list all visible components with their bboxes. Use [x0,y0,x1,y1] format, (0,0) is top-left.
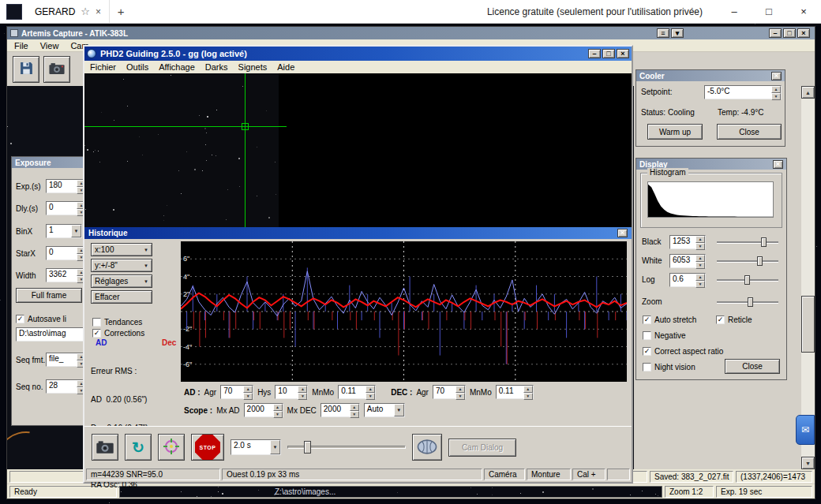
menu-fichier[interactable]: Fichier [90,62,116,72]
full-frame-button[interactable]: Full frame [16,288,82,303]
dropdown-icon[interactable]: ▼ [71,225,81,237]
slider-thumb[interactable] [757,256,763,266]
spin-down-icon[interactable]: ▼ [298,393,307,400]
exp-spinner[interactable]: 180▲▼ [46,179,87,193]
y-scale-button[interactable]: y:+/-8"▼ [91,259,152,272]
cooler-titlebar[interactable]: Cooler × [636,70,785,81]
spin-down-icon[interactable]: ▼ [455,393,465,400]
spin-down-icon[interactable]: ▼ [695,243,705,250]
width-spinner[interactable]: 3362▲▼ [46,268,87,282]
collapse-icon[interactable]: ▾ [671,28,684,38]
menu-outils[interactable]: Outils [126,62,148,72]
night-vision-checkbox[interactable] [643,363,651,371]
spin-up-icon[interactable]: ▲ [695,236,705,243]
mx-ad-spinner[interactable]: 2000▲▼ [244,403,283,417]
window-minimize-button[interactable]: – [717,0,752,23]
advanced-settings-button[interactable] [412,434,442,461]
vertical-scrollbar[interactable]: ▲ ▼ [801,86,815,469]
artemis-close-button[interactable]: × [797,28,810,38]
mx-dec-spinner[interactable]: 2000▲▼ [321,403,360,417]
app-icon[interactable] [6,4,22,20]
corrections-checkbox[interactable]: ✓ [92,329,101,338]
settings-button[interactable]: Réglages▼ [91,274,152,288]
artemis-minimize-button[interactable]: – [769,28,782,38]
tab-close-icon[interactable]: × [96,6,101,17]
phd2-maximize-button[interactable]: □ [602,49,615,58]
spin-up-icon[interactable]: ▲ [366,386,375,393]
x-scale-button[interactable]: x:100▼ [91,243,152,256]
cam-dialog-button[interactable]: Cam Dialog [448,439,516,457]
menu-darks[interactable]: Darks [205,62,228,72]
exposure-duration-dropdown[interactable]: 2.0 s▼ [231,439,281,455]
binx-dropdown[interactable]: 1▼ [46,224,82,238]
side-widget-tab[interactable]: ✉ [796,415,815,445]
history-titlebar[interactable]: Historique × [84,227,632,239]
spin-up-icon[interactable]: ▲ [523,386,533,393]
seq-fmt-input[interactable]: file_▲▼ [46,353,87,367]
trend-checkbox[interactable] [92,318,101,327]
phd2-minimize-button[interactable]: – [588,49,601,58]
spin-up-icon[interactable]: ▲ [298,386,307,393]
display-close-button[interactable]: Close [725,359,780,374]
window-close-button[interactable]: × [786,0,821,23]
spin-down-icon[interactable]: ▼ [771,93,781,100]
gamma-slider[interactable] [287,440,406,454]
dropdown-icon[interactable]: ▼ [394,404,404,416]
spin-down-icon[interactable]: ▼ [273,411,283,418]
white-spinner[interactable]: 6053▲▼ [669,254,706,268]
auto-stretch-checkbox[interactable]: ✓ [643,315,651,324]
slider-thumb[interactable] [748,297,753,307]
new-tab-button[interactable]: + [110,0,132,23]
spin-down-icon[interactable]: ▼ [695,281,705,288]
log-spinner[interactable]: 0.6▲▼ [669,273,706,287]
dec-guide-mode-dropdown[interactable]: Auto▼ [364,403,405,417]
artemis-maximize-button[interactable]: □ [783,28,796,38]
spin-up-icon[interactable]: ▲ [695,274,705,281]
slider-thumb[interactable] [761,237,767,247]
phd2-titlebar[interactable]: PHD2 Guiding 2.5.0 - gg (log activé) – □… [84,47,632,61]
spin-up-icon[interactable]: ▲ [243,386,253,393]
favorite-star-icon[interactable]: ☆ [81,6,90,17]
spin-down-icon[interactable]: ▼ [523,393,533,400]
guide-camera-image[interactable] [84,73,632,227]
cooler-close-button[interactable]: Close [717,124,782,140]
save-button[interactable] [13,56,39,83]
stop-button[interactable]: STOP [191,434,224,461]
dropdown-icon[interactable]: ▼ [270,440,280,454]
slider-thumb[interactable] [304,441,311,454]
spin-up-icon[interactable]: ▲ [273,404,283,411]
scrollbar-track[interactable] [801,99,815,457]
phd2-close-button[interactable]: × [617,49,629,58]
seq-no-spinner[interactable]: 28▲▼ [46,379,87,394]
menu-affichage[interactable]: Affichage [159,62,195,72]
spin-up-icon[interactable]: ▲ [771,86,781,93]
scrollbar-thumb[interactable] [801,296,815,353]
delay-spinner[interactable]: 0▲▼ [46,201,87,215]
log-slider[interactable] [717,274,778,286]
spin-down-icon[interactable]: ▼ [366,393,375,400]
autosave-checkbox[interactable]: ✓ [16,315,24,323]
spin-up-icon[interactable]: ▲ [695,255,705,262]
spin-down-icon[interactable]: ▼ [695,262,705,269]
spin-down-icon[interactable]: ▼ [243,393,253,400]
setpoint-spinner[interactable]: -5.0°C▲▼ [704,85,782,99]
dec-agr-spinner[interactable]: 70▲▼ [433,385,466,399]
spin-down-icon[interactable]: ▼ [350,411,359,418]
scroll-down-icon[interactable]: ▼ [801,457,815,469]
black-slider[interactable] [717,236,778,248]
connect-camera-button[interactable] [92,434,118,461]
dec-mnmo-spinner[interactable]: 0.11▲▼ [496,385,534,399]
black-spinner[interactable]: 1253▲▼ [669,235,706,249]
startx-spinner[interactable]: 0▲▼ [46,246,87,260]
negative-checkbox[interactable] [643,331,651,340]
history-close-icon[interactable]: × [617,229,628,237]
grip-icon[interactable]: ≡ [657,28,669,38]
artemis-titlebar[interactable]: Artemis Capture - ATIK-383L ≡ ▾ – □ × [7,27,815,39]
camera-settings-button[interactable] [43,56,70,83]
spin-up-icon[interactable]: ▲ [350,404,359,411]
display-close-icon[interactable]: × [773,160,783,169]
menu-view[interactable]: View [40,41,59,50]
correct-aspect-checkbox[interactable]: ✓ [643,347,651,356]
menu-file[interactable]: File [14,41,28,50]
window-maximize-button[interactable]: □ [752,0,786,23]
